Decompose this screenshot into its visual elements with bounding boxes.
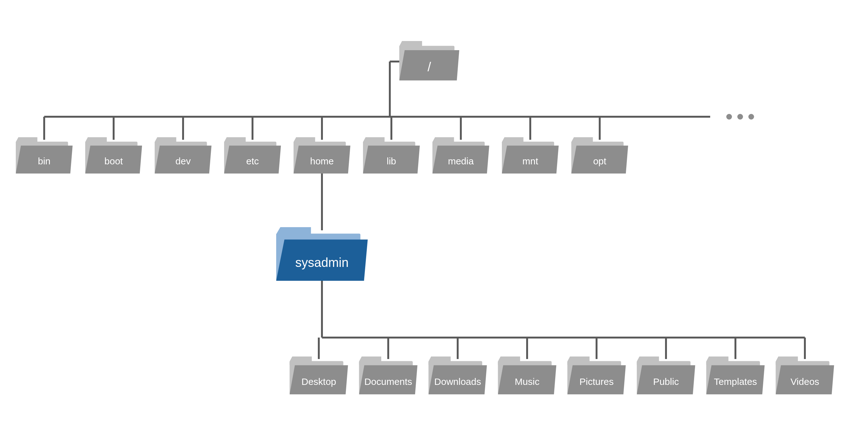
folder-opt-label: opt	[593, 156, 606, 166]
folder-media-label: media	[448, 156, 474, 166]
folder-public: Public	[637, 357, 695, 394]
folder-public-label: Public	[653, 376, 679, 387]
folder-desktop: Desktop	[290, 357, 348, 394]
folder-documents: Documents	[359, 357, 417, 394]
ellipsis-dot	[748, 114, 754, 120]
folder-bin: bin	[16, 137, 72, 173]
folder-lib: lib	[363, 137, 420, 173]
folder-music: Music	[498, 357, 556, 394]
folder-downloads-label: Downloads	[434, 376, 481, 387]
folder-dev: dev	[155, 137, 212, 173]
folder-videos-label: Videos	[790, 376, 819, 387]
folder-root-label: /	[427, 60, 431, 74]
folder-sysadmin: sysadmin	[276, 227, 368, 281]
folder-media: media	[432, 137, 489, 173]
folder-etc-label: etc	[246, 156, 259, 166]
folder-opt: opt	[571, 137, 628, 173]
folder-templates-label: Templates	[714, 376, 757, 387]
folder-mnt-label: mnt	[522, 156, 538, 166]
ellipsis-dot	[737, 114, 743, 120]
folder-desktop-label: Desktop	[302, 376, 336, 387]
folder-lib-label: lib	[386, 156, 396, 166]
ellipsis-dot	[726, 114, 732, 120]
folder-pictures-label: Pictures	[580, 376, 614, 387]
folder-home-label: home	[310, 156, 334, 166]
folder-documents-label: Documents	[364, 376, 412, 387]
filesystem-tree-diagram: /binbootdevetchomelibmediamntoptsysadmin…	[0, 0, 868, 430]
folder-videos: Videos	[776, 357, 834, 394]
folder-music-label: Music	[515, 376, 539, 387]
folder-root: /	[399, 41, 459, 80]
folder-boot-label: boot	[104, 156, 123, 166]
folder-templates: Templates	[706, 357, 765, 394]
folder-mnt: mnt	[502, 137, 559, 173]
folder-dev-label: dev	[176, 156, 191, 166]
folder-downloads: Downloads	[429, 357, 487, 394]
folder-sysadmin-label: sysadmin	[296, 256, 349, 269]
folder-home: home	[293, 137, 350, 173]
folder-pictures: Pictures	[567, 357, 626, 394]
folder-boot: boot	[85, 137, 142, 173]
folder-bin-label: bin	[38, 156, 51, 166]
folder-etc: etc	[224, 137, 281, 173]
